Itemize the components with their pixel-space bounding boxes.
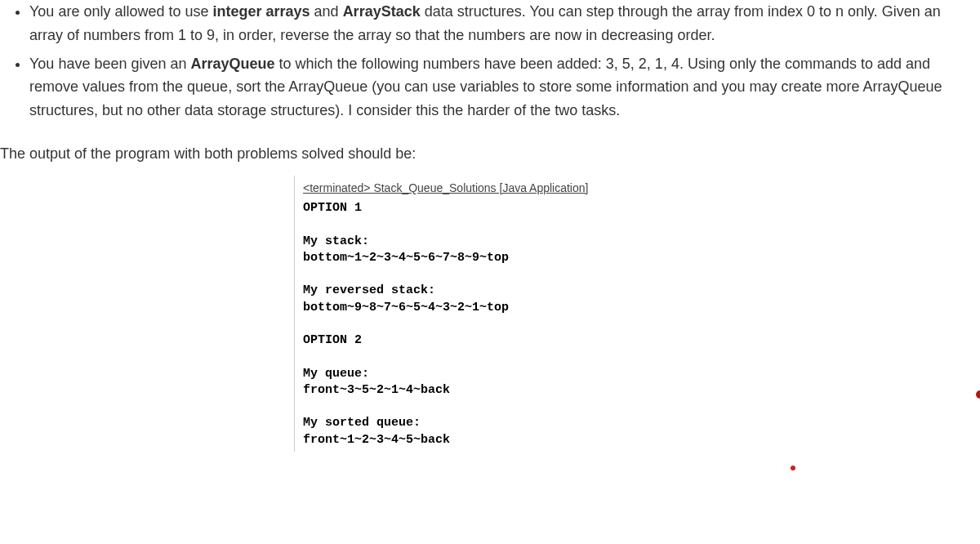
list-item: You are only allowed to use integer arra…	[29, 0, 964, 47]
bold-text: ArrayStack	[343, 3, 421, 20]
output-caption: The output of the program with both prob…	[0, 142, 980, 166]
text: You are only allowed to use	[29, 3, 213, 20]
bold-text: integer arrays	[213, 3, 310, 20]
console-output: OPTION 1 My stack: bottom~1~2~3~4~5~6~7~…	[303, 200, 980, 448]
decorative-half-circle	[976, 390, 980, 399]
list-item: You have been given an ArrayQueue to whi…	[29, 52, 964, 123]
instruction-list: You are only allowed to use integer arra…	[0, 0, 980, 123]
text: and	[310, 3, 343, 20]
text: You have been given an	[29, 56, 191, 72]
terminated-header: <terminated> Stack_Queue_Solutions [Java…	[303, 179, 980, 197]
decorative-dot	[791, 466, 795, 470]
bold-text: ArrayQueue	[191, 56, 275, 72]
console-output-block: <terminated> Stack_Queue_Solutions [Java…	[294, 176, 980, 452]
